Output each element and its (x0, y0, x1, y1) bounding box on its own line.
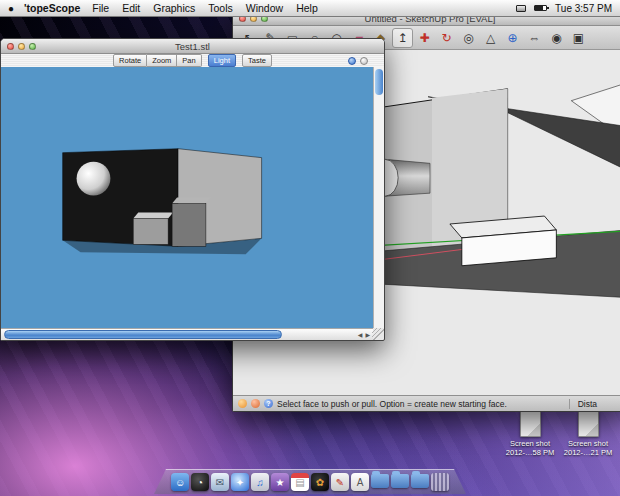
taste-button[interactable]: Taste (242, 54, 272, 67)
file-label-line1: Screen shot (560, 439, 616, 448)
menu-bar-clock[interactable]: Tue 3:57 PM (555, 3, 612, 14)
menu-edit[interactable]: Edit (122, 2, 140, 14)
scroll-left-arrow-icon[interactable]: ◀ (358, 331, 363, 338)
rotate-button[interactable]: Rotate (113, 54, 147, 67)
app-menu-name[interactable]: 'topeScope (24, 2, 80, 14)
pan-button[interactable]: Pan (177, 54, 201, 67)
desktop: ● 'topeScope File Edit Graphics Tools Wi… (0, 0, 620, 496)
dock-textedit-icon[interactable]: A (351, 473, 369, 491)
menu-tools[interactable]: Tools (208, 2, 233, 14)
file-label-line2: 2012-…58 PM (502, 448, 558, 457)
window-controls (1, 43, 36, 50)
stl-small-box2-front (172, 203, 206, 246)
menu-window[interactable]: Window (246, 2, 283, 14)
battery-icon[interactable] (534, 5, 547, 11)
file-label-line2: 2012-…21 PM (560, 448, 616, 457)
dock: ☺ ◔ ✉ ✦ ♫ ★ ▤ ✿ ✎ A (154, 469, 466, 494)
dock-downloads-folder-icon[interactable] (371, 474, 389, 488)
menu-graphics[interactable]: Graphics (153, 2, 195, 14)
stl-small-box2-top (172, 198, 211, 204)
status-credit-icon[interactable] (238, 399, 247, 408)
dock-dashboard-icon[interactable]: ◔ (191, 473, 209, 491)
dock-applications-folder-icon[interactable] (411, 474, 429, 488)
dock-sketchup-icon[interactable]: ✎ (331, 473, 349, 491)
orbit-tool-icon[interactable]: ⊕ (502, 28, 523, 48)
settings-button[interactable] (360, 57, 368, 65)
stl-titlebar[interactable]: Test1.stl (1, 39, 384, 54)
stl-small-box1-top (133, 212, 173, 218)
menu-bar: ● 'topeScope File Edit Graphics Tools Wi… (0, 0, 620, 17)
resize-grip[interactable] (372, 328, 384, 340)
dock-documents-folder-icon[interactable] (391, 474, 409, 488)
stl-small-box1-front (133, 218, 168, 244)
horizontal-scroll-thumb[interactable] (4, 330, 282, 339)
menu-file[interactable]: File (92, 2, 109, 14)
stl-viewport[interactable] (1, 67, 373, 328)
push-pull-tool-icon[interactable]: ↥ (392, 28, 413, 48)
desktop-file-screenshot-2[interactable]: Screen shot 2012-…21 PM (560, 411, 616, 457)
rotate-tool-icon[interactable]: ↻ (436, 28, 457, 48)
file-icon (520, 411, 541, 437)
apple-menu-icon[interactable]: ● (8, 3, 14, 14)
dock-finder-icon[interactable]: ☺ (171, 473, 189, 491)
status-message: Select face to push or pull. Option = cr… (277, 399, 507, 409)
dock-iphoto-icon[interactable]: ✿ (311, 473, 329, 491)
file-label-line1: Screen shot (502, 439, 558, 448)
display-icon[interactable] (516, 5, 526, 12)
dock-calendar-icon[interactable]: ▤ (291, 473, 309, 491)
zoom-extents-tool-icon[interactable]: ▣ (568, 28, 589, 48)
scale-tool-icon[interactable]: △ (480, 28, 501, 48)
menu-items: File Edit Graphics Tools Window Help (92, 2, 318, 14)
menu-bar-status-area: Tue 3:57 PM (516, 3, 612, 14)
scroll-arrows: ◀ ▶ (358, 329, 370, 340)
view-mode-segment: Rotate Zoom Pan (113, 54, 202, 67)
stl-window-title: Test1.stl (1, 41, 384, 52)
close-button[interactable] (7, 43, 14, 50)
zoom-button[interactable] (29, 43, 36, 50)
dock-mail-icon[interactable]: ✉ (211, 473, 229, 491)
light-button[interactable]: Light (208, 54, 236, 67)
status-geolocate-icon[interactable] (251, 399, 260, 408)
dock-app-store-icon[interactable]: ★ (271, 473, 289, 491)
stl-model-canvas (1, 67, 373, 328)
desktop-file-screenshot-1[interactable]: Screen shot 2012-…58 PM (502, 411, 558, 457)
scroll-right-arrow-icon[interactable]: ▶ (365, 331, 370, 338)
toolbar-round-buttons (348, 57, 368, 65)
stl-cylinder-cap (77, 162, 111, 196)
minimize-button[interactable] (18, 43, 25, 50)
vertical-scrollbar[interactable] (373, 67, 384, 328)
file-icon (578, 411, 599, 437)
dock-itunes-icon[interactable]: ♫ (251, 473, 269, 491)
vertical-scroll-thumb[interactable] (375, 69, 383, 95)
help-icon[interactable]: ? (264, 399, 273, 408)
move-tool-icon[interactable]: ✚ (414, 28, 435, 48)
stl-toolbar: Rotate Zoom Pan Light Taste (1, 54, 384, 68)
zoom-tool-icon[interactable]: ◉ (546, 28, 567, 48)
sketchup-status-bar: ? Select face to push or pull. Option = … (233, 395, 620, 411)
menu-help[interactable]: Help (296, 2, 318, 14)
dock-safari-icon[interactable]: ✦ (231, 473, 249, 491)
horizontal-scrollbar[interactable]: ◀ ▶ (1, 328, 373, 340)
zoom-button[interactable]: Zoom (147, 54, 177, 67)
offset-tool-icon[interactable]: ◎ (458, 28, 479, 48)
measurement-label: Dista (569, 399, 597, 409)
info-button[interactable] (348, 57, 356, 65)
pan-tool-icon[interactable]: ⇔ (524, 28, 545, 48)
stl-viewer-window: Test1.stl Rotate Zoom Pan Light Taste (0, 38, 385, 341)
dock-trash-icon[interactable] (431, 473, 449, 491)
